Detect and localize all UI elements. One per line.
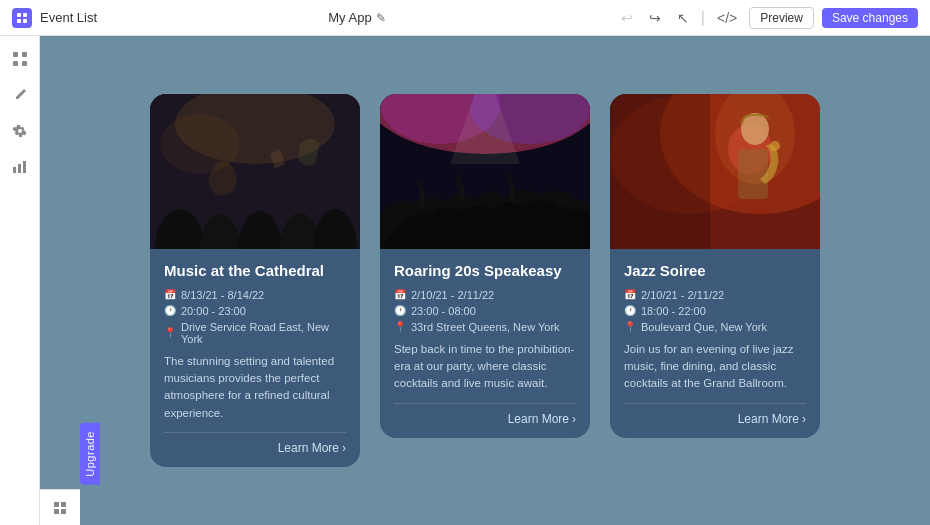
card-club-location-row: 📍 33rd Street Queens, New York [394, 321, 576, 333]
arrow-right-icon-3: › [802, 412, 806, 426]
svg-rect-37 [610, 94, 710, 249]
card-jazz: Jazz Soiree 📅 2/10/21 - 2/11/22 🕐 18:00 … [610, 94, 820, 437]
card-orchestra-image [150, 94, 360, 249]
card-jazz-desc: Join us for an evening of live jazz musi… [624, 341, 806, 393]
location-icon: 📍 [164, 327, 176, 338]
calendar-icon: 📅 [164, 289, 176, 300]
svg-rect-1 [23, 13, 27, 17]
card-jazz-date-row: 📅 2/10/21 - 2/11/22 [624, 289, 806, 301]
card-orchestra-footer: Learn More › [164, 432, 346, 455]
sidebar-item-chart[interactable] [4, 152, 36, 184]
card-orchestra-location-row: 📍 Drive Service Road East, New York [164, 321, 346, 345]
svg-rect-39 [61, 502, 66, 507]
svg-rect-8 [13, 167, 16, 173]
sidebar-item-settings[interactable] [4, 116, 36, 148]
card-orchestra-location: Drive Service Road East, New York [181, 321, 346, 345]
card-orchestra-title: Music at the Cathedral [164, 261, 346, 281]
card-club-date: 2/10/21 - 2/11/22 [411, 289, 494, 301]
section-label: Event List [40, 10, 97, 25]
card-orchestra-meta: 📅 8/13/21 - 8/14/22 🕐 20:00 - 23:00 📍 Dr… [164, 289, 346, 345]
edit-icon[interactable]: ✎ [376, 11, 386, 25]
grid-icon [12, 51, 28, 70]
topbar-center: My App ✎ [328, 10, 385, 25]
arrow-right-icon-2: › [572, 412, 576, 426]
card-orchestra-date-row: 📅 8/13/21 - 8/14/22 [164, 289, 346, 301]
card-orchestra: Music at the Cathedral 📅 8/13/21 - 8/14/… [150, 94, 360, 467]
card-jazz-image [610, 94, 820, 249]
arrow-right-icon: › [342, 441, 346, 455]
save-button[interactable]: Save changes [822, 8, 918, 28]
card-club-meta: 📅 2/10/21 - 2/11/22 🕐 23:00 - 08:00 📍 33… [394, 289, 576, 333]
code-button[interactable]: </> [713, 8, 741, 28]
card-orchestra-body: Music at the Cathedral 📅 8/13/21 - 8/14/… [150, 249, 360, 467]
calendar-icon-3: 📅 [624, 289, 636, 300]
svg-rect-41 [61, 509, 66, 514]
card-jazz-body: Jazz Soiree 📅 2/10/21 - 2/11/22 🕐 18:00 … [610, 249, 820, 437]
clock-icon: 🕐 [164, 305, 176, 316]
redo-button[interactable]: ↪ [645, 8, 665, 28]
sidebar [0, 36, 40, 525]
card-club-footer: Learn More › [394, 403, 576, 426]
calendar-icon-2: 📅 [394, 289, 406, 300]
svg-rect-6 [13, 61, 18, 66]
pen-icon [12, 87, 28, 106]
bottom-left-icon[interactable] [40, 489, 80, 525]
card-club-image [380, 94, 590, 249]
main-area: Music at the Cathedral 📅 8/13/21 - 8/14/… [0, 36, 930, 525]
svg-rect-9 [18, 164, 21, 173]
app-name-label: My App [328, 10, 371, 25]
card-club-title: Roaring 20s Speakeasy [394, 261, 576, 281]
card-orchestra-learn-more[interactable]: Learn More › [278, 441, 346, 455]
card-jazz-time-row: 🕐 18:00 - 22:00 [624, 305, 806, 317]
svg-point-18 [160, 114, 240, 174]
card-jazz-learn-more[interactable]: Learn More › [738, 412, 806, 426]
card-orchestra-date: 8/13/21 - 8/14/22 [181, 289, 264, 301]
clock-icon-2: 🕐 [394, 305, 406, 316]
card-club-location: 33rd Street Queens, New York [411, 321, 560, 333]
svg-rect-3 [23, 19, 27, 23]
card-jazz-time: 18:00 - 22:00 [641, 305, 706, 317]
card-club-time-row: 🕐 23:00 - 08:00 [394, 305, 576, 317]
location-icon-2: 📍 [394, 321, 406, 332]
svg-rect-38 [54, 502, 59, 507]
app-logo [12, 8, 32, 28]
card-jazz-footer: Learn More › [624, 403, 806, 426]
cursor-button[interactable]: ↖ [673, 8, 693, 28]
card-jazz-date: 2/10/21 - 2/11/22 [641, 289, 724, 301]
sidebar-item-grid[interactable] [4, 44, 36, 76]
card-club-desc: Step back in time to the prohibition-era… [394, 341, 576, 393]
card-jazz-location: Boulevard Que, New York [641, 321, 767, 333]
upgrade-button[interactable]: Upgrade [80, 423, 100, 485]
canvas-area: Music at the Cathedral 📅 8/13/21 - 8/14/… [40, 36, 930, 525]
undo-button[interactable]: ↩ [617, 8, 637, 28]
clock-icon-3: 🕐 [624, 305, 636, 316]
sidebar-item-pen[interactable] [4, 80, 36, 112]
svg-rect-5 [22, 52, 27, 57]
card-club-body: Roaring 20s Speakeasy 📅 2/10/21 - 2/11/2… [380, 249, 590, 437]
cards-container: Music at the Cathedral 📅 8/13/21 - 8/14/… [130, 74, 840, 487]
card-jazz-meta: 📅 2/10/21 - 2/11/22 🕐 18:00 - 22:00 📍 Bo… [624, 289, 806, 333]
card-orchestra-desc: The stunning setting and talented musici… [164, 353, 346, 422]
svg-rect-2 [17, 19, 21, 23]
settings-icon [12, 123, 28, 142]
svg-rect-25 [460, 184, 464, 202]
svg-rect-40 [54, 509, 59, 514]
card-club-date-row: 📅 2/10/21 - 2/11/22 [394, 289, 576, 301]
svg-rect-4 [13, 52, 18, 57]
card-orchestra-time-row: 🕐 20:00 - 23:00 [164, 305, 346, 317]
topbar: Event List My App ✎ ↩ ↪ ↖ | </> Preview … [0, 0, 930, 36]
preview-button[interactable]: Preview [749, 7, 814, 29]
card-club-learn-more[interactable]: Learn More › [508, 412, 576, 426]
card-jazz-location-row: 📍 Boulevard Que, New York [624, 321, 806, 333]
svg-rect-0 [17, 13, 21, 17]
chart-icon [12, 159, 28, 178]
topbar-left: Event List [12, 8, 97, 28]
svg-rect-7 [22, 61, 27, 66]
location-icon-3: 📍 [624, 321, 636, 332]
svg-rect-10 [23, 161, 26, 173]
card-orchestra-time: 20:00 - 23:00 [181, 305, 246, 317]
topbar-right: ↩ ↪ ↖ | </> Preview Save changes [617, 7, 918, 29]
card-club-time: 23:00 - 08:00 [411, 305, 476, 317]
card-club: Roaring 20s Speakeasy 📅 2/10/21 - 2/11/2… [380, 94, 590, 437]
card-jazz-title: Jazz Soiree [624, 261, 806, 281]
